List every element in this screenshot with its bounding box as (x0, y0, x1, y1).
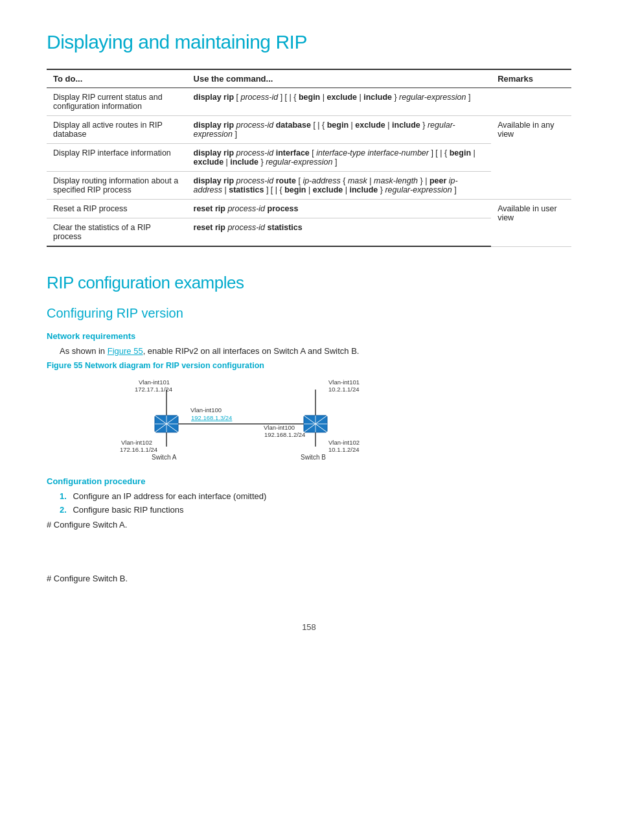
proc-item-1: 1. Configure an IP address for each inte… (60, 491, 571, 501)
td-cmd: reset rip process-id process (187, 200, 492, 218)
td-remarks: Available in any view (491, 116, 571, 200)
procedure-list: 1. Configure an IP address for each inte… (60, 491, 571, 515)
col-cmd: Use the command... (187, 69, 492, 88)
subsection-rip-version: Configuring RIP version (47, 306, 571, 321)
td-cmd: reset rip process-id statistics (187, 218, 492, 247)
svg-text:Switch B: Switch B (301, 454, 326, 461)
proc-item-2: 2. Configure basic RIP functions (60, 505, 571, 515)
svg-text:Vlan-int100: Vlan-int100 (190, 406, 222, 414)
network-diagram: Vlan-int101 172.17.1.1/24 Vlan-int102 17… (73, 377, 571, 466)
svg-text:Vlan-int100: Vlan-int100 (264, 424, 295, 431)
td-todo: Display RIP interface information (47, 144, 187, 172)
svg-text:10.1.1.2/24: 10.1.1.2/24 (328, 446, 360, 453)
td-remarks (491, 88, 571, 116)
proc-text-1: Configure an IP address for each interfa… (73, 491, 266, 501)
table-row: Reset a RIP processreset rip process-id … (47, 200, 571, 218)
svg-text:10.2.1.1/24: 10.2.1.1/24 (328, 386, 360, 393)
svg-text:192.168.1.3/24: 192.168.1.3/24 (191, 414, 232, 421)
proc-num-1: 1. (60, 491, 67, 501)
td-cmd: display rip process-id route [ ip-addres… (187, 172, 492, 200)
svg-text:172.16.1.1/24: 172.16.1.1/24 (120, 446, 157, 453)
section-rip-config: RIP configuration examples (47, 273, 571, 293)
figure-55-link[interactable]: Figure 55 (108, 346, 143, 356)
td-cmd: display rip process-id interface [ inter… (187, 144, 492, 172)
configure-switch-b: # Configure Switch B. (47, 574, 571, 583)
page-number: 158 (47, 622, 571, 632)
display-maintain-table: To do... Use the command... Remarks Disp… (47, 69, 571, 247)
page-title: Displaying and maintaining RIP (47, 31, 571, 53)
proc-num-2: 2. (60, 505, 67, 515)
td-todo: Clear the statistics of a RIP process (47, 218, 187, 247)
heading-config-procedure: Configuration procedure (47, 476, 571, 486)
td-remarks: Available in user view (491, 200, 571, 247)
proc-text-2: Configure basic RIP functions (73, 505, 183, 515)
td-todo: Display all active routes in RIP databas… (47, 116, 187, 144)
svg-text:Switch A: Switch A (152, 454, 177, 461)
td-cmd: display rip [ process-id ] [ | { begin |… (187, 88, 492, 116)
svg-text:Vlan-int101: Vlan-int101 (328, 379, 360, 386)
heading-network-requirements: Network requirements (47, 331, 571, 341)
svg-text:192.168.1.2/24: 192.168.1.2/24 (264, 431, 305, 438)
svg-text:Vlan-int101: Vlan-int101 (139, 379, 170, 386)
td-todo: Display routing information about a spec… (47, 172, 187, 200)
col-remarks: Remarks (491, 69, 571, 88)
table-row: Display all active routes in RIP databas… (47, 116, 571, 144)
network-diagram-svg: Vlan-int101 172.17.1.1/24 Vlan-int102 17… (73, 377, 409, 464)
svg-text:Vlan-int102: Vlan-int102 (328, 439, 360, 446)
col-todo: To do... (47, 69, 187, 88)
td-todo: Reset a RIP process (47, 200, 187, 218)
td-todo: Display RIP current status and configura… (47, 88, 187, 116)
configure-switch-a: # Configure Switch A. (47, 520, 571, 530)
network-req-text: As shown in Figure 55, enable RIPv2 on a… (60, 346, 571, 356)
figure-caption: Figure 55 Network diagram for RIP versio… (47, 361, 571, 370)
svg-text:172.17.1.1/24: 172.17.1.1/24 (135, 386, 172, 393)
svg-text:Vlan-int102: Vlan-int102 (121, 439, 152, 446)
table-row: Display RIP current status and configura… (47, 88, 571, 116)
td-cmd: display rip process-id database [ | { be… (187, 116, 492, 144)
